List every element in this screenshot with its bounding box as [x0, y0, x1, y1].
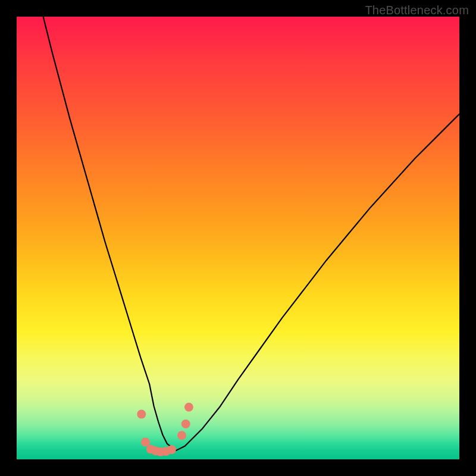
marker-dot: [177, 431, 186, 440]
chart-frame: TheBottleneck.com: [0, 0, 476, 476]
marker-dot: [184, 403, 193, 412]
plot-area: [17, 17, 459, 459]
chart-svg: [17, 17, 459, 459]
marker-dot: [141, 437, 150, 446]
marker-dot: [181, 419, 190, 428]
bottleneck-curve: [43, 17, 459, 450]
highlighted-points: [137, 403, 193, 456]
watermark-text: TheBottleneck.com: [365, 4, 469, 17]
marker-dot: [167, 445, 176, 454]
marker-dot: [137, 410, 146, 419]
